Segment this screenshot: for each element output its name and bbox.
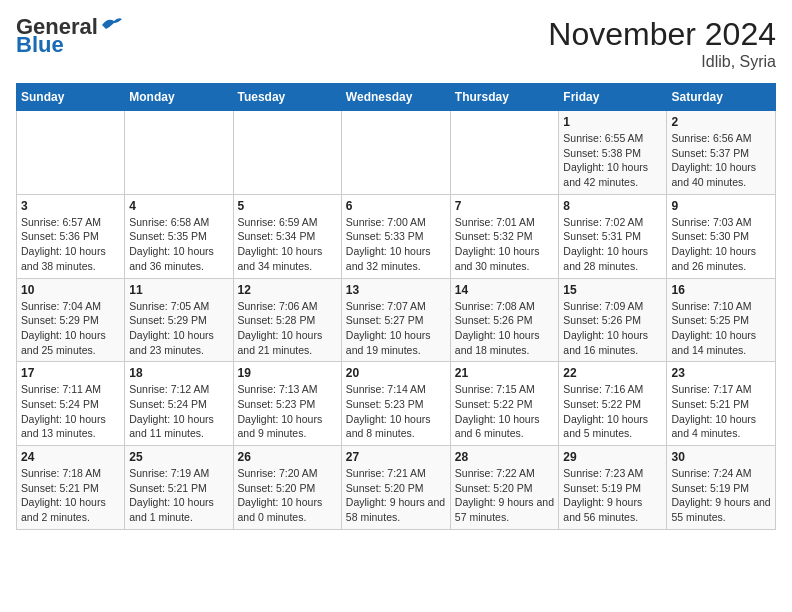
day-info: Sunrise: 6:59 AM Sunset: 5:34 PM Dayligh… [238, 215, 337, 274]
calendar-cell: 4Sunrise: 6:58 AM Sunset: 5:35 PM Daylig… [125, 194, 233, 278]
logo-blue-text: Blue [16, 34, 64, 56]
day-info: Sunrise: 7:00 AM Sunset: 5:33 PM Dayligh… [346, 215, 446, 274]
calendar-cell: 8Sunrise: 7:02 AM Sunset: 5:31 PM Daylig… [559, 194, 667, 278]
calendar-cell: 7Sunrise: 7:01 AM Sunset: 5:32 PM Daylig… [450, 194, 559, 278]
header-cell-tuesday: Tuesday [233, 84, 341, 111]
calendar-cell: 24Sunrise: 7:18 AM Sunset: 5:21 PM Dayli… [17, 446, 125, 530]
day-info: Sunrise: 7:22 AM Sunset: 5:20 PM Dayligh… [455, 466, 555, 525]
calendar-cell: 16Sunrise: 7:10 AM Sunset: 5:25 PM Dayli… [667, 278, 776, 362]
calendar-cell: 12Sunrise: 7:06 AM Sunset: 5:28 PM Dayli… [233, 278, 341, 362]
calendar-cell [125, 111, 233, 195]
day-number: 17 [21, 366, 120, 380]
day-info: Sunrise: 7:24 AM Sunset: 5:19 PM Dayligh… [671, 466, 771, 525]
day-info: Sunrise: 7:02 AM Sunset: 5:31 PM Dayligh… [563, 215, 662, 274]
day-info: Sunrise: 6:58 AM Sunset: 5:35 PM Dayligh… [129, 215, 228, 274]
day-info: Sunrise: 7:20 AM Sunset: 5:20 PM Dayligh… [238, 466, 337, 525]
calendar-cell: 6Sunrise: 7:00 AM Sunset: 5:33 PM Daylig… [341, 194, 450, 278]
calendar-cell [17, 111, 125, 195]
day-number: 12 [238, 283, 337, 297]
day-info: Sunrise: 6:57 AM Sunset: 5:36 PM Dayligh… [21, 215, 120, 274]
calendar-cell: 29Sunrise: 7:23 AM Sunset: 5:19 PM Dayli… [559, 446, 667, 530]
calendar-cell: 22Sunrise: 7:16 AM Sunset: 5:22 PM Dayli… [559, 362, 667, 446]
day-info: Sunrise: 7:03 AM Sunset: 5:30 PM Dayligh… [671, 215, 771, 274]
day-number: 4 [129, 199, 228, 213]
day-number: 22 [563, 366, 662, 380]
day-info: Sunrise: 7:05 AM Sunset: 5:29 PM Dayligh… [129, 299, 228, 358]
header-row: SundayMondayTuesdayWednesdayThursdayFrid… [17, 84, 776, 111]
page-header: General Blue November 2024 Idlib, Syria [16, 16, 776, 71]
day-number: 6 [346, 199, 446, 213]
day-number: 14 [455, 283, 555, 297]
header-cell-wednesday: Wednesday [341, 84, 450, 111]
day-number: 2 [671, 115, 771, 129]
day-number: 21 [455, 366, 555, 380]
calendar-body: 1Sunrise: 6:55 AM Sunset: 5:38 PM Daylig… [17, 111, 776, 530]
day-info: Sunrise: 7:04 AM Sunset: 5:29 PM Dayligh… [21, 299, 120, 358]
day-info: Sunrise: 7:16 AM Sunset: 5:22 PM Dayligh… [563, 382, 662, 441]
day-number: 16 [671, 283, 771, 297]
day-number: 10 [21, 283, 120, 297]
day-number: 19 [238, 366, 337, 380]
day-info: Sunrise: 7:09 AM Sunset: 5:26 PM Dayligh… [563, 299, 662, 358]
day-info: Sunrise: 7:10 AM Sunset: 5:25 PM Dayligh… [671, 299, 771, 358]
calendar-week-row: 3Sunrise: 6:57 AM Sunset: 5:36 PM Daylig… [17, 194, 776, 278]
calendar-cell: 11Sunrise: 7:05 AM Sunset: 5:29 PM Dayli… [125, 278, 233, 362]
day-info: Sunrise: 7:19 AM Sunset: 5:21 PM Dayligh… [129, 466, 228, 525]
day-number: 27 [346, 450, 446, 464]
header-cell-friday: Friday [559, 84, 667, 111]
calendar-cell: 17Sunrise: 7:11 AM Sunset: 5:24 PM Dayli… [17, 362, 125, 446]
day-info: Sunrise: 7:08 AM Sunset: 5:26 PM Dayligh… [455, 299, 555, 358]
day-number: 3 [21, 199, 120, 213]
day-info: Sunrise: 6:56 AM Sunset: 5:37 PM Dayligh… [671, 131, 771, 190]
page-title: November 2024 [548, 16, 776, 53]
day-info: Sunrise: 7:23 AM Sunset: 5:19 PM Dayligh… [563, 466, 662, 525]
calendar-week-row: 17Sunrise: 7:11 AM Sunset: 5:24 PM Dayli… [17, 362, 776, 446]
calendar-week-row: 10Sunrise: 7:04 AM Sunset: 5:29 PM Dayli… [17, 278, 776, 362]
day-number: 29 [563, 450, 662, 464]
logo: General Blue [16, 16, 124, 56]
logo-bird-icon [100, 15, 124, 35]
day-number: 11 [129, 283, 228, 297]
day-info: Sunrise: 6:55 AM Sunset: 5:38 PM Dayligh… [563, 131, 662, 190]
header-cell-monday: Monday [125, 84, 233, 111]
calendar-cell: 10Sunrise: 7:04 AM Sunset: 5:29 PM Dayli… [17, 278, 125, 362]
calendar-cell: 2Sunrise: 6:56 AM Sunset: 5:37 PM Daylig… [667, 111, 776, 195]
calendar-cell [450, 111, 559, 195]
day-number: 23 [671, 366, 771, 380]
calendar-header: SundayMondayTuesdayWednesdayThursdayFrid… [17, 84, 776, 111]
calendar-cell: 20Sunrise: 7:14 AM Sunset: 5:23 PM Dayli… [341, 362, 450, 446]
day-info: Sunrise: 7:13 AM Sunset: 5:23 PM Dayligh… [238, 382, 337, 441]
day-info: Sunrise: 7:15 AM Sunset: 5:22 PM Dayligh… [455, 382, 555, 441]
calendar-cell: 28Sunrise: 7:22 AM Sunset: 5:20 PM Dayli… [450, 446, 559, 530]
page-subtitle: Idlib, Syria [548, 53, 776, 71]
calendar-week-row: 24Sunrise: 7:18 AM Sunset: 5:21 PM Dayli… [17, 446, 776, 530]
calendar-cell: 23Sunrise: 7:17 AM Sunset: 5:21 PM Dayli… [667, 362, 776, 446]
calendar-cell: 5Sunrise: 6:59 AM Sunset: 5:34 PM Daylig… [233, 194, 341, 278]
day-number: 24 [21, 450, 120, 464]
title-block: November 2024 Idlib, Syria [548, 16, 776, 71]
day-info: Sunrise: 7:14 AM Sunset: 5:23 PM Dayligh… [346, 382, 446, 441]
day-info: Sunrise: 7:07 AM Sunset: 5:27 PM Dayligh… [346, 299, 446, 358]
day-info: Sunrise: 7:12 AM Sunset: 5:24 PM Dayligh… [129, 382, 228, 441]
header-cell-thursday: Thursday [450, 84, 559, 111]
day-number: 30 [671, 450, 771, 464]
calendar-cell: 1Sunrise: 6:55 AM Sunset: 5:38 PM Daylig… [559, 111, 667, 195]
day-info: Sunrise: 7:06 AM Sunset: 5:28 PM Dayligh… [238, 299, 337, 358]
day-number: 7 [455, 199, 555, 213]
day-info: Sunrise: 7:21 AM Sunset: 5:20 PM Dayligh… [346, 466, 446, 525]
day-number: 8 [563, 199, 662, 213]
calendar-cell: 13Sunrise: 7:07 AM Sunset: 5:27 PM Dayli… [341, 278, 450, 362]
calendar-cell: 21Sunrise: 7:15 AM Sunset: 5:22 PM Dayli… [450, 362, 559, 446]
day-number: 20 [346, 366, 446, 380]
calendar-cell: 15Sunrise: 7:09 AM Sunset: 5:26 PM Dayli… [559, 278, 667, 362]
header-cell-sunday: Sunday [17, 84, 125, 111]
calendar-week-row: 1Sunrise: 6:55 AM Sunset: 5:38 PM Daylig… [17, 111, 776, 195]
day-number: 15 [563, 283, 662, 297]
calendar-cell: 18Sunrise: 7:12 AM Sunset: 5:24 PM Dayli… [125, 362, 233, 446]
day-number: 26 [238, 450, 337, 464]
day-info: Sunrise: 7:11 AM Sunset: 5:24 PM Dayligh… [21, 382, 120, 441]
day-number: 25 [129, 450, 228, 464]
calendar-cell [341, 111, 450, 195]
header-cell-saturday: Saturday [667, 84, 776, 111]
day-number: 1 [563, 115, 662, 129]
